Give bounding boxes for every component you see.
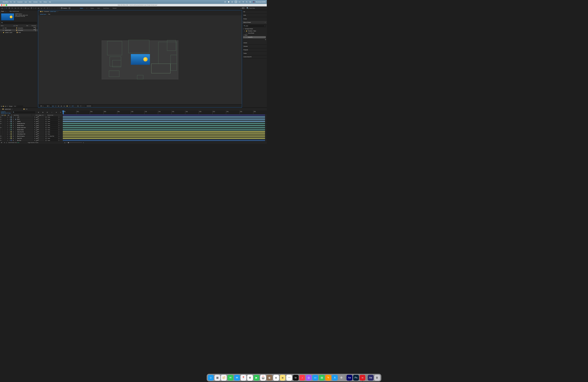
timeline-search[interactable]: 🔍 [12,111,35,114]
solo-toggle-icon[interactable] [4,125,5,127]
window-traffic-lights[interactable] [1,4,7,6]
col-frame-rate[interactable]: Frame Ra... [32,25,37,26]
twirl-icon[interactable]: ▸ [7,120,9,122]
lock-toggle-icon[interactable] [5,123,7,125]
ep-distort[interactable]: ▾Distort [243,34,266,36]
visibility-toggle-icon[interactable] [0,125,2,127]
col-size[interactable]: Size [26,25,32,26]
pickwhip-icon[interactable]: @ [45,117,46,118]
layer-switches[interactable]: ✦ [33,123,45,125]
menu-edit[interactable]: Edit [14,1,15,2]
twirl-icon[interactable]: ▸ [7,129,9,131]
zoom-in-icon[interactable]: ▲ [83,142,84,143]
menu-layer[interactable]: Layer [24,1,27,2]
pen-tool-icon[interactable] [27,7,30,10]
3d-tool-2-icon[interactable] [53,7,56,10]
show-snapshot-icon[interactable]: 👁 [80,106,82,106]
lock-toggle-icon[interactable] [5,129,7,131]
draft3d-icon[interactable]: ▣ [42,112,44,113]
chevron-down-icon[interactable]: ▾ [59,119,59,120]
ruler-tick[interactable]: 18s [185,110,188,114]
timeline-layer-row[interactable]: 👁▸▸10▫Sign We Oppress✦@11. Green Fish▾ [0,135,267,137]
3d-tool-1-icon[interactable] [50,7,53,10]
layer-parent[interactable]: @None▾ [45,120,60,122]
zoom-dropdown[interactable]: 25% ▾ [39,105,45,107]
region-of-interest-icon[interactable]: ◧ [58,106,60,106]
audio-toggle-icon[interactable] [2,131,4,133]
workspace-overflow-icon[interactable]: » [241,8,241,9]
menu-effect[interactable]: Effect [29,1,32,2]
timeline-zoom[interactable]: ▬ ▲ [64,142,84,143]
chevron-down-icon[interactable]: ▾ [59,131,59,132]
lock-toggle-icon[interactable] [5,139,7,141]
layer-name[interactable]: 1-24 [17,116,33,118]
col-name[interactable]: Name [1,25,3,26]
timeline-foot-icon-1[interactable]: �િ [1,142,3,143]
label-swatch[interactable] [10,139,12,141]
zoom-out-icon[interactable]: ▬ [64,142,65,143]
lock-toggle-icon[interactable] [5,135,7,137]
lock-toggle-icon[interactable] [5,133,7,135]
ep-corner-pin[interactable]: ▭Corner Pin [243,36,266,38]
type-tool-icon[interactable]: T [30,7,33,10]
twirl-icon[interactable]: ▸ [7,123,9,125]
workspace-default[interactable]: Default [80,8,83,9]
twirl2-icon[interactable]: ▸ [9,131,10,133]
col-number[interactable]: # [10,114,13,116]
zoom-tool-icon[interactable] [11,7,14,10]
layer-parent[interactable]: @None▾ [45,127,60,128]
workspace-small-screen[interactable]: Small Screen [103,8,109,9]
reset-exposure-icon[interactable]: ⟳ [69,106,71,106]
status-keyboard-icon[interactable]: A [235,1,237,3]
visibility-toggle-icon[interactable] [0,131,2,133]
effects-presets-search[interactable]: 🔍 corner × [243,25,266,27]
layer-bar[interactable] [63,116,265,118]
comp-canvas[interactable] [102,41,178,79]
selection-tool-icon[interactable] [5,7,8,10]
visibility-toggle-icon[interactable]: 👁 [0,116,2,118]
solo-toggle-icon[interactable] [4,139,5,141]
comp-panel-menu-icon[interactable]: ≡ [58,11,58,12]
tab-effect-controls[interactable]: Effect Controls (none) [9,11,19,12]
ruler-tick[interactable]: 26s [240,110,242,114]
layer-bar[interactable] [63,127,265,128]
twirl-icon[interactable]: ▸ [7,139,9,141]
layer-bar[interactable] [63,129,265,130]
motion-blur-icon[interactable]: ◑ [55,112,57,113]
audio-toggle-icon[interactable] [2,120,4,122]
layer-parent[interactable]: @None▾ [45,131,60,133]
audio-toggle-icon[interactable] [2,125,4,127]
visibility-toggle-icon[interactable]: 👁 [0,120,2,122]
panel-info[interactable]: Info [242,10,267,14]
toggle-switches-modes[interactable]: Toggle Switches / Modes [28,142,38,143]
status-shield-icon[interactable] [228,1,230,3]
rotate-tool-icon[interactable] [17,7,20,10]
status-record-icon[interactable] [231,1,233,3]
pickwhip-icon[interactable]: @ [45,138,46,139]
chevron-down-icon[interactable]: ▾ [59,127,59,128]
pickwhip-icon[interactable]: @ [45,119,46,120]
layer-switches[interactable]: ✦ [33,125,45,127]
layer-parent[interactable]: @None▾ [45,125,60,127]
label-swatch[interactable] [10,118,12,120]
tab-project[interactable]: Project [1,11,4,12]
clone-stamp-tool-icon[interactable] [37,7,40,10]
ruler-tick[interactable]: 10s [131,110,133,114]
panel-menu-icon[interactable]: ≡ [265,22,265,23]
ruler-tick[interactable]: 08s [117,110,120,114]
panel-libraries[interactable]: Libraries [242,41,267,44]
project-row[interactable]: ▣FishComposition29.97 ⧉ [0,27,38,29]
chevron-down-icon[interactable]: ▾ [59,125,59,126]
ruler-tick[interactable]: 22s [212,110,215,114]
resolution-dropdown[interactable]: Half ▾ [45,105,51,107]
audio-toggle-icon[interactable] [2,133,4,135]
panel-paragraph[interactable]: Paragraph [242,48,267,52]
layer-bar[interactable] [63,131,265,132]
ep-animation-presets[interactable]: ▾* Animation Presets [243,28,266,30]
chevron-down-icon[interactable]: ▾ [59,140,59,141]
layer-name[interactable]: Lighting [17,120,33,122]
snapping-checkbox-icon[interactable] [61,7,62,9]
menu-composition[interactable]: Composition [17,1,23,2]
new-bin-icon[interactable]: ▣ [265,39,266,41]
layer-switches[interactable]: ✦ [33,139,45,141]
